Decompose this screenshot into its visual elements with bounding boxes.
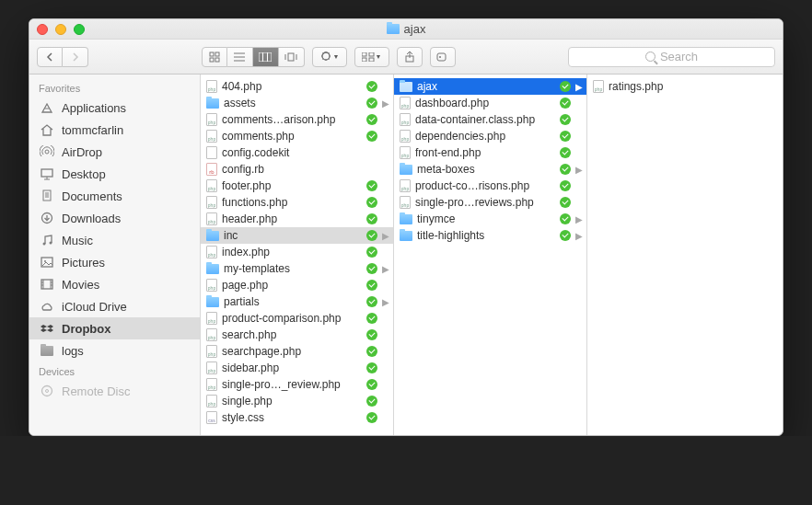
file-icon <box>206 196 217 209</box>
file-row[interactable]: config.rb <box>201 161 393 178</box>
file-row[interactable]: functions.php <box>201 194 393 211</box>
file-row[interactable]: inc▶ <box>201 227 393 244</box>
file-name: meta-boxes <box>417 163 555 176</box>
column-1: ajax▶dashboard.phpdata-container.class.p… <box>394 75 587 435</box>
forward-button[interactable] <box>63 47 88 67</box>
file-row[interactable]: single-pro…reviews.php <box>394 194 586 211</box>
list-view-button[interactable] <box>227 47 253 67</box>
file-row[interactable]: index.php <box>201 244 393 260</box>
sidebar-item-remote-disc[interactable]: Remote Disc <box>29 380 200 402</box>
file-name: single-pro…reviews.php <box>415 196 555 209</box>
file-name: data-container.class.php <box>415 113 555 126</box>
file-row[interactable]: ajax▶ <box>394 78 586 95</box>
sidebar-item-documents[interactable]: Documents <box>29 185 200 207</box>
file-row[interactable]: dependencies.php <box>394 128 586 144</box>
file-row[interactable]: ratings.php <box>587 78 771 95</box>
tags-button[interactable] <box>430 47 456 67</box>
sidebar-item-dropbox[interactable]: Dropbox <box>29 317 200 339</box>
sidebar-item-applications[interactable]: Applications <box>29 97 200 119</box>
search-input[interactable]: Search <box>568 47 775 67</box>
file-name: 404.php <box>222 80 362 93</box>
share-button[interactable] <box>397 47 423 67</box>
window-title: ajax <box>404 22 426 36</box>
file-icon <box>206 279 217 292</box>
file-row[interactable]: 404.php <box>201 78 393 95</box>
minimize-icon[interactable] <box>55 24 66 35</box>
fullscreen-icon[interactable] <box>74 24 85 35</box>
sidebar-item-label: tommcfarlin <box>62 123 123 137</box>
file-row[interactable]: searchpage.php <box>201 343 393 360</box>
file-row[interactable]: config.codekit <box>201 144 393 161</box>
svg-rect-10 <box>288 53 294 61</box>
sidebar-item-downloads[interactable]: Downloads <box>29 207 200 229</box>
svg-point-13 <box>322 52 330 60</box>
file-row[interactable]: search.php <box>201 327 393 343</box>
coverflow-view-button[interactable] <box>279 47 305 67</box>
sync-badge-icon <box>560 230 571 241</box>
file-row[interactable]: header.php <box>201 211 393 227</box>
svg-rect-3 <box>215 58 219 62</box>
file-row[interactable]: product-co…risons.php <box>394 178 586 194</box>
file-row[interactable]: single.php <box>201 393 393 409</box>
file-row[interactable]: comments…arison.php <box>201 111 393 128</box>
file-row[interactable]: front-end.php <box>394 144 586 161</box>
file-name: comments…arison.php <box>222 113 362 126</box>
sync-badge-icon <box>366 230 377 241</box>
close-icon[interactable] <box>37 24 48 35</box>
file-name: config.codekit <box>222 146 377 159</box>
back-button[interactable] <box>37 47 63 67</box>
file-name: single.php <box>222 395 362 407</box>
sync-badge-icon <box>366 412 377 423</box>
file-row[interactable]: page.php <box>201 277 393 293</box>
sidebar-item-airdrop[interactable]: AirDrop <box>29 141 200 163</box>
file-icon <box>400 179 411 192</box>
sidebar-item-pictures[interactable]: Pictures <box>29 251 200 273</box>
file-icon <box>400 113 411 126</box>
icon-view-button[interactable] <box>202 47 227 67</box>
folder-icon <box>206 297 219 307</box>
titlebar[interactable]: ajax <box>29 19 783 40</box>
file-row[interactable]: comments.php <box>201 128 393 144</box>
column-view-button[interactable] <box>253 47 279 67</box>
folder-icon <box>400 214 412 224</box>
arrange-menu-button[interactable]: ▼ <box>354 47 389 67</box>
view-switcher <box>202 47 305 67</box>
file-row[interactable]: single-pro…_review.php <box>201 376 393 393</box>
svg-rect-1 <box>215 52 219 56</box>
folder-icon <box>387 24 400 34</box>
file-row[interactable]: my-templates▶ <box>201 260 393 277</box>
desktop-icon <box>39 166 55 181</box>
file-icon <box>400 130 411 143</box>
sidebar-item-label: iCloud Drive <box>62 300 127 314</box>
file-row[interactable]: partials▶ <box>201 293 393 310</box>
folder-icon <box>400 82 412 92</box>
sidebar-item-logs[interactable]: logs <box>29 339 200 362</box>
file-row[interactable]: dashboard.php <box>394 95 586 111</box>
cloud-icon <box>39 299 55 314</box>
file-row[interactable]: data-container.class.php <box>394 111 586 128</box>
svg-line-20 <box>322 58 323 59</box>
file-row[interactable]: footer.php <box>201 178 393 194</box>
sidebar-item-tommcfarlin[interactable]: tommcfarlin <box>29 119 200 141</box>
sync-badge-icon <box>366 396 377 407</box>
file-name: ratings.php <box>609 80 756 93</box>
file-name: config.rb <box>222 163 377 176</box>
sidebar-item-music[interactable]: Music <box>29 229 200 251</box>
traffic-lights <box>37 24 85 35</box>
sidebar-item-label: Documents <box>62 189 122 203</box>
file-icon <box>206 312 217 325</box>
file-row[interactable]: meta-boxes▶ <box>394 161 586 178</box>
file-row[interactable]: assets▶ <box>201 95 393 111</box>
folder-icon <box>206 264 219 274</box>
file-name: partials <box>224 295 362 308</box>
file-row[interactable]: sidebar.php <box>201 360 393 376</box>
action-menu-button[interactable]: ▼ <box>312 47 347 67</box>
sidebar-item-movies[interactable]: Movies <box>29 273 200 295</box>
file-icon <box>400 97 411 109</box>
file-row[interactable]: product-comparison.php <box>201 310 393 327</box>
sidebar-item-desktop[interactable]: Desktop <box>29 163 200 185</box>
sidebar-item-icloud-drive[interactable]: iCloud Drive <box>29 295 200 317</box>
file-row[interactable]: title-highlights▶ <box>394 227 586 244</box>
file-row[interactable]: tinymce▶ <box>394 211 586 227</box>
file-row[interactable]: style.css <box>201 409 393 426</box>
